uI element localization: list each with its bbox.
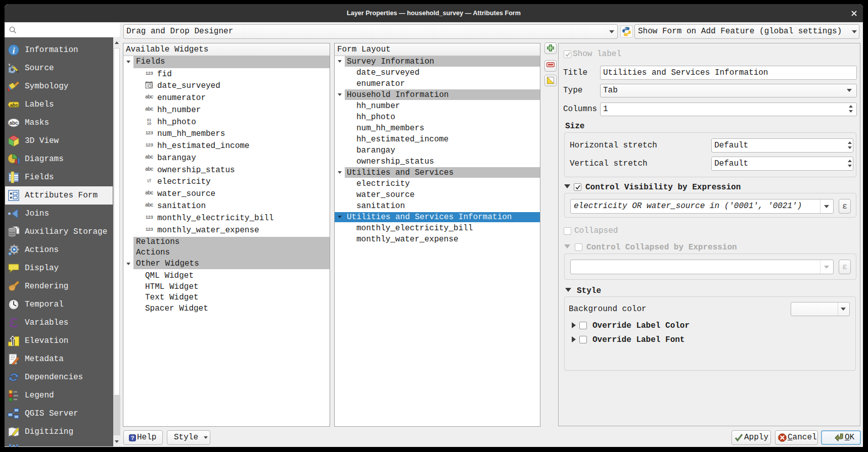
svg-text:i: i xyxy=(13,46,15,56)
svg-text:abc: abc xyxy=(10,102,18,108)
svg-text:?: ? xyxy=(131,435,134,441)
svg-text:abc: abc xyxy=(9,120,18,126)
